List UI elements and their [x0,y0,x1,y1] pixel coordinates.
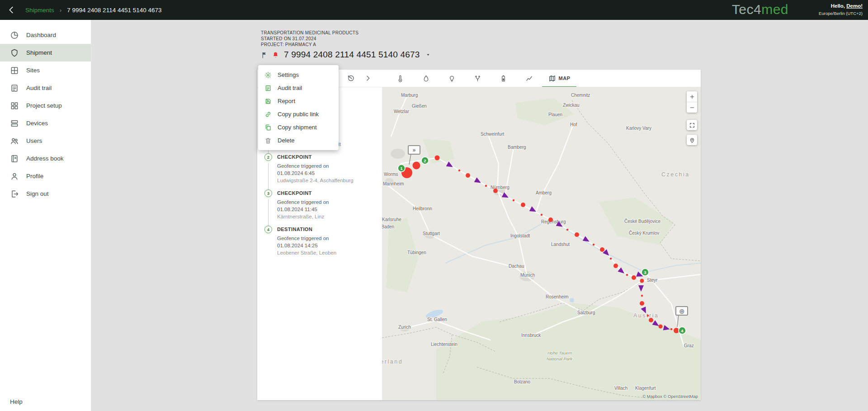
user-link[interactable]: Demo! [846,3,863,9]
route-measurement-dot[interactable] [632,275,636,280]
sidebar-item-address-book[interactable]: Address book [0,150,91,167]
tab-humidity[interactable] [413,70,439,87]
svg-text:2: 2 [424,158,426,163]
sidebar-item-dashboard[interactable]: Dashboard [0,26,91,44]
history-icon [347,74,355,82]
sidebar-item-help[interactable]: Help [0,392,91,411]
menu-item-settings[interactable]: Settings [258,68,339,81]
map-label: Marburg [401,93,418,98]
copy-icon [264,124,272,131]
back-button[interactable] [5,4,17,16]
map-attribution[interactable]: © Mapbox © OpenStreetMap [642,394,698,399]
sidebar-item-label: Shipment [26,49,52,56]
breadcrumb: Shipments › 7 9994 2408 2114 4451 5140 4… [25,7,162,14]
map-label: Hohe Tauern [547,350,572,355]
tab-battery[interactable] [491,70,516,87]
map-checkpoint-marker-4[interactable]: 4 [679,327,686,334]
route-measurement-dot[interactable] [413,162,420,170]
tab-history[interactable] [340,70,361,87]
light-icon [448,75,456,82]
sidebar-item-sites[interactable]: Sites [0,61,91,79]
sidebar-item-project-setup[interactable]: Project setup [0,97,91,114]
menu-item-copy-public-link[interactable]: Copy public link [258,108,339,121]
logo-part1: Tec4 [732,2,761,17]
sidebar-item-users[interactable]: Users [0,132,91,150]
audit-icon [10,84,19,93]
map-label: Wetzlar [394,109,409,114]
thermo-icon [396,75,404,82]
map-label: Zwickau [563,103,580,108]
map-canvas[interactable]: MarburgGießenWetzlarChemnitzZwickauPlaue… [382,87,701,400]
map-label: Stuttgart [423,231,440,236]
tab-light[interactable] [439,70,465,87]
map-label: Dachau [509,264,524,269]
zoom-out-button[interactable] [687,102,697,113]
profile-icon [10,172,19,181]
route-measurement-dot[interactable] [548,217,553,222]
menu-item-label: Copy public link [278,111,319,118]
shipment-title-row[interactable]: 7 9994 2408 2114 4451 5140 4673 [261,50,431,60]
sidebar: DashboardShipmentSitesAudit trailProject… [0,20,91,411]
sidebar-item-label: Audit trail [26,85,52,91]
menu-item-delete[interactable]: Delete [258,134,339,147]
menu-item-label: Report [278,98,295,104]
breadcrumb-shipments-link[interactable]: Shipments [25,7,54,14]
battery-icon [500,75,507,82]
map-label: Klagenfurt [635,386,656,391]
map-label: Salzburg [577,310,595,315]
route-measurement-dot[interactable] [674,328,679,333]
shipment-icon [10,48,19,57]
meta-line-project: PROJECT: PHARMACY A [261,42,359,47]
map-label: Landshut [551,242,570,247]
back-icon [6,5,16,15]
greeting: Hello, Demo! [819,3,863,9]
locate-button[interactable] [687,135,697,145]
checkpoint-datetime: 01.08.2024 6:45 [277,170,377,177]
route-measurement-dot[interactable] [466,173,470,178]
logo-part2: med [761,2,788,17]
map-checkpoint-marker-2[interactable]: 2 [421,157,429,164]
zoom-in-button[interactable] [687,91,697,102]
tab-route[interactable] [465,70,491,87]
map-label: Nürnberg [491,185,509,190]
sidebar-item-label: Sites [26,67,40,74]
caret-down-icon[interactable] [425,52,431,58]
tabs-overflow-button[interactable] [361,70,375,87]
map-label: National Park [547,356,573,361]
sidebar-item-devices[interactable]: Devices [0,114,91,132]
menu-item-report[interactable]: Report [258,94,339,108]
fullscreen-button[interactable] [687,120,697,130]
route-flag-marker[interactable]: ◎ [676,307,688,315]
sidebar-item-sign-out[interactable]: Sign out [0,185,91,203]
sidebar-item-audit-trail[interactable]: Audit trail [0,79,91,97]
chevron-right-icon [364,74,372,82]
route-flag-marker[interactable]: » [408,146,420,154]
route-icon [474,75,481,82]
map-label: Villach [614,386,627,391]
route-measurement-dot[interactable] [649,318,653,322]
route-measurement-dot[interactable] [613,264,618,268]
route-measurement-dot[interactable] [493,189,498,193]
sidebar-item-label: Users [26,137,42,144]
route-measurement-dot[interactable] [659,325,663,329]
route-measurement-dot[interactable] [575,232,579,237]
sidebar-item-profile[interactable]: Profile [0,167,91,185]
menu-item-audit-trail[interactable]: Audit trail [258,81,339,94]
dashboard-icon [10,31,19,40]
map-label: Plauen [548,112,562,117]
menu-item-copy-shipment[interactable]: Copy shipment [258,121,339,134]
map-checkpoint-marker-1[interactable]: 1 [398,165,405,172]
route-measurement-dot[interactable] [435,156,440,161]
tab-thermo[interactable] [387,70,413,87]
route-measurement-dot[interactable] [521,203,525,207]
tab-map[interactable]: MAP [542,71,576,88]
route-measurement-dot[interactable] [640,279,644,283]
sidebar-item-shipment[interactable]: Shipment [0,44,91,61]
route-measurement-dot[interactable] [600,247,604,252]
map-checkpoint-marker-3[interactable]: 3 [642,269,649,276]
map-label: Rosenheim [546,294,569,299]
tab-chart[interactable] [516,70,542,87]
checkpoint-detail: Geofence triggered on [277,235,377,242]
map-tab-label: MAP [559,76,571,81]
route-measurement-dot[interactable] [640,301,644,306]
